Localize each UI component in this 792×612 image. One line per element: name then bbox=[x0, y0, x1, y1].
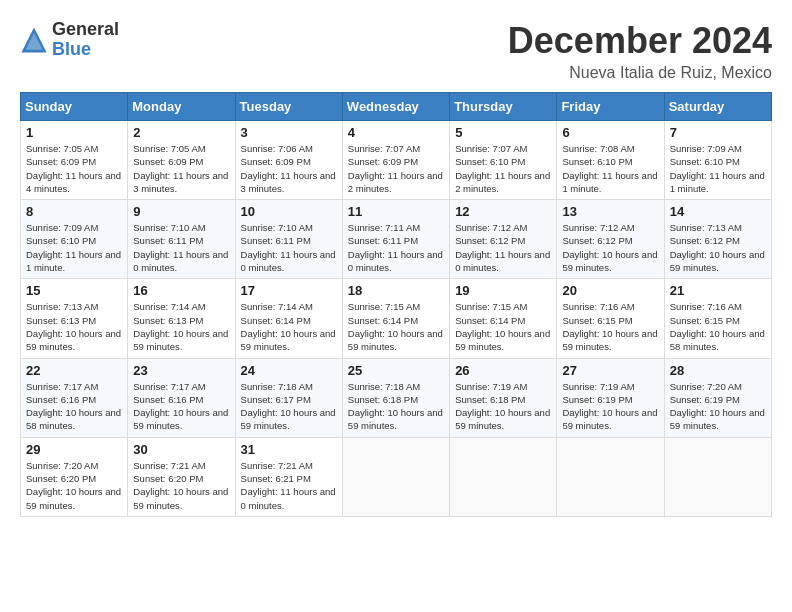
day-number: 13 bbox=[562, 204, 658, 219]
day-info: Sunrise: 7:05 AM Sunset: 6:09 PM Dayligh… bbox=[133, 142, 229, 195]
day-info: Sunrise: 7:12 AM Sunset: 6:12 PM Dayligh… bbox=[455, 221, 551, 274]
day-info: Sunrise: 7:13 AM Sunset: 6:13 PM Dayligh… bbox=[26, 300, 122, 353]
day-number: 16 bbox=[133, 283, 229, 298]
day-number: 3 bbox=[241, 125, 337, 140]
day-info: Sunrise: 7:06 AM Sunset: 6:09 PM Dayligh… bbox=[241, 142, 337, 195]
calendar-day-cell: 28 Sunrise: 7:20 AM Sunset: 6:19 PM Dayl… bbox=[664, 358, 771, 437]
calendar-day-cell: 5 Sunrise: 7:07 AM Sunset: 6:10 PM Dayli… bbox=[450, 121, 557, 200]
day-info: Sunrise: 7:20 AM Sunset: 6:20 PM Dayligh… bbox=[26, 459, 122, 512]
day-info: Sunrise: 7:07 AM Sunset: 6:10 PM Dayligh… bbox=[455, 142, 551, 195]
day-number: 22 bbox=[26, 363, 122, 378]
day-info: Sunrise: 7:14 AM Sunset: 6:14 PM Dayligh… bbox=[241, 300, 337, 353]
day-info: Sunrise: 7:16 AM Sunset: 6:15 PM Dayligh… bbox=[670, 300, 766, 353]
weekday-header: Friday bbox=[557, 93, 664, 121]
weekday-header: Monday bbox=[128, 93, 235, 121]
day-number: 5 bbox=[455, 125, 551, 140]
day-number: 28 bbox=[670, 363, 766, 378]
day-number: 27 bbox=[562, 363, 658, 378]
day-info: Sunrise: 7:18 AM Sunset: 6:17 PM Dayligh… bbox=[241, 380, 337, 433]
calendar-day-cell bbox=[342, 437, 449, 516]
day-number: 18 bbox=[348, 283, 444, 298]
day-number: 8 bbox=[26, 204, 122, 219]
calendar-day-cell: 22 Sunrise: 7:17 AM Sunset: 6:16 PM Dayl… bbox=[21, 358, 128, 437]
calendar-day-cell: 15 Sunrise: 7:13 AM Sunset: 6:13 PM Dayl… bbox=[21, 279, 128, 358]
day-info: Sunrise: 7:08 AM Sunset: 6:10 PM Dayligh… bbox=[562, 142, 658, 195]
day-info: Sunrise: 7:05 AM Sunset: 6:09 PM Dayligh… bbox=[26, 142, 122, 195]
calendar-day-cell: 6 Sunrise: 7:08 AM Sunset: 6:10 PM Dayli… bbox=[557, 121, 664, 200]
weekday-header-row: SundayMondayTuesdayWednesdayThursdayFrid… bbox=[21, 93, 772, 121]
location-title: Nueva Italia de Ruiz, Mexico bbox=[508, 64, 772, 82]
day-number: 29 bbox=[26, 442, 122, 457]
day-number: 1 bbox=[26, 125, 122, 140]
calendar-day-cell: 12 Sunrise: 7:12 AM Sunset: 6:12 PM Dayl… bbox=[450, 200, 557, 279]
day-number: 31 bbox=[241, 442, 337, 457]
calendar-day-cell: 4 Sunrise: 7:07 AM Sunset: 6:09 PM Dayli… bbox=[342, 121, 449, 200]
day-info: Sunrise: 7:07 AM Sunset: 6:09 PM Dayligh… bbox=[348, 142, 444, 195]
calendar-week-row: 1 Sunrise: 7:05 AM Sunset: 6:09 PM Dayli… bbox=[21, 121, 772, 200]
day-info: Sunrise: 7:20 AM Sunset: 6:19 PM Dayligh… bbox=[670, 380, 766, 433]
day-number: 6 bbox=[562, 125, 658, 140]
day-number: 17 bbox=[241, 283, 337, 298]
day-info: Sunrise: 7:18 AM Sunset: 6:18 PM Dayligh… bbox=[348, 380, 444, 433]
calendar-day-cell: 3 Sunrise: 7:06 AM Sunset: 6:09 PM Dayli… bbox=[235, 121, 342, 200]
calendar-day-cell bbox=[664, 437, 771, 516]
day-info: Sunrise: 7:19 AM Sunset: 6:18 PM Dayligh… bbox=[455, 380, 551, 433]
day-number: 19 bbox=[455, 283, 551, 298]
day-number: 26 bbox=[455, 363, 551, 378]
calendar-day-cell: 8 Sunrise: 7:09 AM Sunset: 6:10 PM Dayli… bbox=[21, 200, 128, 279]
calendar-day-cell: 26 Sunrise: 7:19 AM Sunset: 6:18 PM Dayl… bbox=[450, 358, 557, 437]
calendar-day-cell: 25 Sunrise: 7:18 AM Sunset: 6:18 PM Dayl… bbox=[342, 358, 449, 437]
calendar-day-cell: 11 Sunrise: 7:11 AM Sunset: 6:11 PM Dayl… bbox=[342, 200, 449, 279]
day-number: 24 bbox=[241, 363, 337, 378]
day-info: Sunrise: 7:14 AM Sunset: 6:13 PM Dayligh… bbox=[133, 300, 229, 353]
calendar-day-cell bbox=[557, 437, 664, 516]
day-number: 20 bbox=[562, 283, 658, 298]
logo-icon bbox=[20, 26, 48, 54]
calendar-day-cell: 9 Sunrise: 7:10 AM Sunset: 6:11 PM Dayli… bbox=[128, 200, 235, 279]
day-number: 21 bbox=[670, 283, 766, 298]
calendar-day-cell: 30 Sunrise: 7:21 AM Sunset: 6:20 PM Dayl… bbox=[128, 437, 235, 516]
day-info: Sunrise: 7:21 AM Sunset: 6:20 PM Dayligh… bbox=[133, 459, 229, 512]
calendar: SundayMondayTuesdayWednesdayThursdayFrid… bbox=[20, 92, 772, 517]
day-number: 25 bbox=[348, 363, 444, 378]
day-info: Sunrise: 7:21 AM Sunset: 6:21 PM Dayligh… bbox=[241, 459, 337, 512]
logo: General Blue bbox=[20, 20, 119, 60]
weekday-header: Sunday bbox=[21, 93, 128, 121]
day-number: 9 bbox=[133, 204, 229, 219]
page-header: General Blue December 2024 Nueva Italia … bbox=[20, 20, 772, 82]
weekday-header: Thursday bbox=[450, 93, 557, 121]
calendar-day-cell: 7 Sunrise: 7:09 AM Sunset: 6:10 PM Dayli… bbox=[664, 121, 771, 200]
calendar-week-row: 8 Sunrise: 7:09 AM Sunset: 6:10 PM Dayli… bbox=[21, 200, 772, 279]
calendar-day-cell: 19 Sunrise: 7:15 AM Sunset: 6:14 PM Dayl… bbox=[450, 279, 557, 358]
weekday-header: Tuesday bbox=[235, 93, 342, 121]
title-section: December 2024 Nueva Italia de Ruiz, Mexi… bbox=[508, 20, 772, 82]
day-info: Sunrise: 7:17 AM Sunset: 6:16 PM Dayligh… bbox=[133, 380, 229, 433]
day-info: Sunrise: 7:15 AM Sunset: 6:14 PM Dayligh… bbox=[455, 300, 551, 353]
calendar-day-cell: 27 Sunrise: 7:19 AM Sunset: 6:19 PM Dayl… bbox=[557, 358, 664, 437]
day-info: Sunrise: 7:11 AM Sunset: 6:11 PM Dayligh… bbox=[348, 221, 444, 274]
day-number: 11 bbox=[348, 204, 444, 219]
calendar-week-row: 15 Sunrise: 7:13 AM Sunset: 6:13 PM Dayl… bbox=[21, 279, 772, 358]
calendar-day-cell: 21 Sunrise: 7:16 AM Sunset: 6:15 PM Dayl… bbox=[664, 279, 771, 358]
calendar-day-cell: 17 Sunrise: 7:14 AM Sunset: 6:14 PM Dayl… bbox=[235, 279, 342, 358]
day-info: Sunrise: 7:16 AM Sunset: 6:15 PM Dayligh… bbox=[562, 300, 658, 353]
day-info: Sunrise: 7:10 AM Sunset: 6:11 PM Dayligh… bbox=[133, 221, 229, 274]
calendar-day-cell: 24 Sunrise: 7:18 AM Sunset: 6:17 PM Dayl… bbox=[235, 358, 342, 437]
day-number: 7 bbox=[670, 125, 766, 140]
day-number: 2 bbox=[133, 125, 229, 140]
calendar-day-cell: 14 Sunrise: 7:13 AM Sunset: 6:12 PM Dayl… bbox=[664, 200, 771, 279]
calendar-day-cell: 2 Sunrise: 7:05 AM Sunset: 6:09 PM Dayli… bbox=[128, 121, 235, 200]
day-info: Sunrise: 7:12 AM Sunset: 6:12 PM Dayligh… bbox=[562, 221, 658, 274]
calendar-day-cell: 16 Sunrise: 7:14 AM Sunset: 6:13 PM Dayl… bbox=[128, 279, 235, 358]
day-number: 30 bbox=[133, 442, 229, 457]
day-number: 10 bbox=[241, 204, 337, 219]
calendar-day-cell: 29 Sunrise: 7:20 AM Sunset: 6:20 PM Dayl… bbox=[21, 437, 128, 516]
weekday-header: Saturday bbox=[664, 93, 771, 121]
calendar-day-cell: 31 Sunrise: 7:21 AM Sunset: 6:21 PM Dayl… bbox=[235, 437, 342, 516]
calendar-day-cell: 20 Sunrise: 7:16 AM Sunset: 6:15 PM Dayl… bbox=[557, 279, 664, 358]
calendar-day-cell: 18 Sunrise: 7:15 AM Sunset: 6:14 PM Dayl… bbox=[342, 279, 449, 358]
day-number: 12 bbox=[455, 204, 551, 219]
logo-blue: Blue bbox=[52, 40, 119, 60]
calendar-week-row: 22 Sunrise: 7:17 AM Sunset: 6:16 PM Dayl… bbox=[21, 358, 772, 437]
day-info: Sunrise: 7:17 AM Sunset: 6:16 PM Dayligh… bbox=[26, 380, 122, 433]
